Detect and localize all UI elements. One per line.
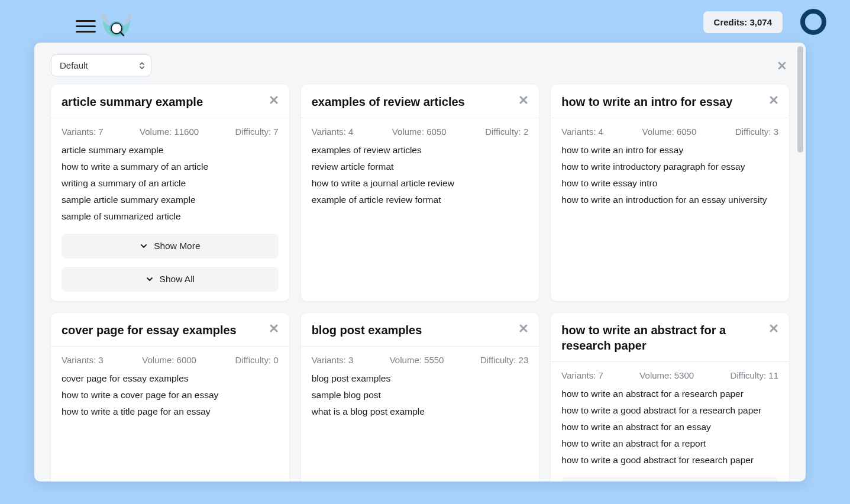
keyword-item: examples of review articles (312, 145, 529, 156)
keyword-item: review article format (312, 161, 529, 172)
keyword-card: blog post examplesVariants: 3Volume: 555… (301, 313, 539, 482)
card-title: blog post examples (312, 322, 428, 338)
keyword-item: cover page for essay examples (62, 373, 279, 384)
keyword-item: sample of summarized article (62, 211, 279, 222)
card-close-button[interactable] (269, 94, 279, 105)
card-variants: Variants: 7 (62, 127, 104, 137)
keyword-item: what is a blog post example (312, 406, 529, 417)
scrollbar[interactable] (797, 46, 803, 153)
keyword-item: how to write an abstract for a research … (561, 389, 778, 399)
credits-badge[interactable]: Credits: 3,074 (703, 11, 783, 33)
sort-select[interactable]: Default (51, 54, 151, 76)
chevron-down-icon (146, 275, 154, 283)
card-volume: Volume: 6050 (642, 127, 697, 137)
card-difficulty: Difficulty: 0 (235, 355, 279, 365)
card-close-button[interactable] (519, 94, 528, 105)
close-icon (769, 324, 778, 333)
show-more-button[interactable]: Show More (62, 234, 279, 259)
show-more-label: Show More (154, 241, 200, 251)
card-volume: Volume: 5300 (639, 370, 694, 380)
keyword-card: cover page for essay examplesVariants: 3… (51, 313, 289, 482)
card-close-button[interactable] (769, 94, 778, 105)
keyword-card: how to write an intro for essayVariants:… (551, 85, 789, 301)
keyword-item: how to write a cover page for an essay (62, 390, 279, 400)
card-title: examples of review articles (312, 94, 471, 109)
card-title: how to write an intro for essay (561, 94, 738, 109)
keyword-item: how to write essay intro (561, 178, 778, 189)
keyword-item: how to write a good abstract for a resea… (561, 405, 778, 416)
chevron-down-icon (140, 242, 148, 250)
close-icon (769, 95, 778, 105)
card-volume: Volume: 6050 (392, 127, 447, 137)
results-panel: Default article summary exampleVariants:… (34, 43, 806, 482)
card-variants: Variants: 7 (561, 370, 603, 380)
card-volume: Volume: 11600 (140, 127, 199, 137)
show-all-button[interactable]: Show All (62, 267, 279, 292)
close-icon (269, 95, 279, 105)
keyword-item: how to write an abstract for a report (561, 438, 778, 449)
hamburger-menu[interactable] (76, 17, 96, 36)
keyword-item: article summary example (62, 145, 279, 156)
keyword-item: how to write an introduction for an essa… (561, 195, 778, 205)
card-close-button[interactable] (769, 322, 778, 333)
card-difficulty: Difficulty: 11 (731, 370, 778, 380)
card-variants: Variants: 4 (561, 127, 603, 137)
card-title: cover page for essay examples (62, 322, 243, 338)
keyword-item: how to write an intro for essay (561, 145, 778, 156)
card-difficulty: Difficulty: 7 (235, 127, 279, 137)
card-variants: Variants: 3 (312, 355, 354, 365)
card-close-button[interactable] (519, 322, 528, 333)
show-all-label: Show All (160, 274, 195, 285)
card-difficulty: Difficulty: 23 (480, 355, 528, 365)
keyword-item: how to write a title page for an essay (62, 406, 279, 417)
keyword-item: how to write a journal article review (312, 178, 529, 189)
keyword-card: examples of review articlesVariants: 4Vo… (301, 85, 539, 301)
close-icon (519, 324, 528, 333)
card-variants: Variants: 4 (312, 127, 354, 137)
keyword-item: how to write introductory paragraph for … (561, 161, 778, 172)
keyword-item: writing a summary of an article (62, 178, 279, 189)
keyword-item: blog post examples (312, 373, 529, 384)
card-close-button[interactable] (269, 322, 279, 333)
keyword-card: how to write an abstract for a research … (551, 313, 789, 482)
card-difficulty: Difficulty: 2 (485, 127, 528, 137)
card-volume: Volume: 5550 (390, 355, 444, 365)
keyword-item: sample article summary example (62, 195, 279, 205)
close-icon (269, 324, 279, 333)
avatar[interactable] (800, 9, 826, 35)
keyword-item: sample blog post (312, 390, 529, 400)
card-volume: Volume: 6000 (142, 355, 196, 365)
card-difficulty: Difficulty: 3 (735, 127, 778, 137)
show-more-button[interactable]: Show More (561, 477, 778, 482)
card-variants: Variants: 3 (62, 355, 104, 365)
app-logo[interactable] (99, 7, 134, 41)
keyword-item: how to write a summary of an article (62, 161, 279, 172)
close-icon (519, 95, 528, 105)
keyword-card: article summary exampleVariants: 7Volume… (51, 85, 289, 301)
keyword-item: example of article review format (312, 195, 529, 205)
keyword-item: how to write a good abstract for researc… (561, 455, 778, 466)
card-title: article summary example (62, 94, 209, 109)
card-title: how to write an abstract for a research … (561, 322, 769, 353)
keyword-item: how to write an abstract for an essay (561, 422, 778, 432)
close-panel-button[interactable] (775, 59, 789, 73)
